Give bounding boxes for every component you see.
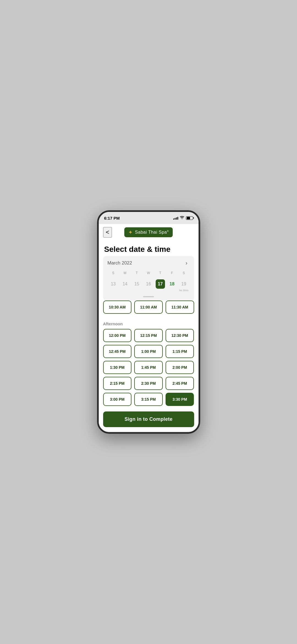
time-grid-afternoon: 12:00 PM 12:15 PM 12:30 PM 12:45 PM 1:00… xyxy=(103,329,194,406)
calendar-date-17[interactable]: 17 xyxy=(154,278,166,293)
time-slot-200pm[interactable]: 2:00 PM xyxy=(166,361,194,374)
afternoon-section: Afternoon 12:00 PM 12:15 PM 12:30 PM 12:… xyxy=(99,317,199,406)
time-slot-100pm[interactable]: 1:00 PM xyxy=(134,345,163,358)
logo-container: ✦ Sabai Thai Spa® xyxy=(124,227,173,237)
time-slot-300pm[interactable]: 3:00 PM xyxy=(103,393,132,406)
time-slot-215pm[interactable]: 2:15 PM xyxy=(103,377,132,390)
calendar-month-label: March 2022 xyxy=(108,260,132,266)
afternoon-label: Afternoon xyxy=(103,321,194,326)
calendar-date-14[interactable]: 14 xyxy=(119,278,131,293)
day-label-thu: T xyxy=(154,270,166,276)
time-slot-1030am[interactable]: 10:30 AM xyxy=(103,301,132,314)
time-slot-1200pm[interactable]: 12:00 PM xyxy=(103,329,132,342)
day-label-fri: F xyxy=(166,270,178,276)
calendar-card: March 2022 › S M T W T F S 13 14 xyxy=(103,256,194,301)
signal-icon xyxy=(173,216,178,220)
sign-in-button[interactable]: Sign in to Complete xyxy=(103,411,194,427)
sign-in-section: Sign in to Complete xyxy=(99,406,199,432)
page-title: Select date & time xyxy=(99,241,199,256)
day-label-tue: T xyxy=(131,270,143,276)
time-slot-130pm[interactable]: 1:30 PM xyxy=(103,361,132,374)
status-bar: 6:17 PM xyxy=(99,212,199,224)
calendar-date-13[interactable]: 13 xyxy=(108,278,119,293)
app-header: < ✦ Sabai Thai Spa® xyxy=(99,224,199,241)
top-slots-partial: 10:30 AM 11:00 AM 11:30 AM xyxy=(99,301,199,314)
day-label-sat: S xyxy=(178,270,190,276)
day-label-sun: S xyxy=(108,270,119,276)
wifi-icon xyxy=(180,216,184,220)
logo-icon: ✦ xyxy=(128,229,133,236)
time-slot-115pm[interactable]: 1:15 PM xyxy=(166,345,194,358)
phone-frame: 6:17 PM < xyxy=(97,210,200,434)
time-slot-1230pm[interactable]: 12:30 PM xyxy=(166,329,194,342)
screen-content: < ✦ Sabai Thai Spa® Select date & time M… xyxy=(99,224,199,432)
calendar-next-button[interactable]: › xyxy=(183,259,190,267)
back-button[interactable]: < xyxy=(103,227,112,238)
time-slot-230pm[interactable]: 2:30 PM xyxy=(134,377,163,390)
calendar-date-18[interactable]: 18 xyxy=(166,278,178,293)
day-label-mon: M xyxy=(119,270,131,276)
calendar-date-19[interactable]: 19 No Slots xyxy=(178,278,190,293)
calendar-dates-row: 13 14 15 16 17 xyxy=(108,278,190,293)
bottom-nav xyxy=(99,432,199,432)
calendar-date-16[interactable]: 16 xyxy=(143,278,155,293)
time-slot-1245pm[interactable]: 12:45 PM xyxy=(103,345,132,358)
battery-icon xyxy=(186,216,193,220)
status-icons xyxy=(173,216,193,220)
time-slot-1100am[interactable]: 11:00 AM xyxy=(134,301,163,314)
time-slot-145pm[interactable]: 1:45 PM xyxy=(134,361,163,374)
calendar-days-header: S M T W T F S xyxy=(108,270,190,276)
scroll-indicator xyxy=(108,296,190,297)
time-slot-1215pm[interactable]: 12:15 PM xyxy=(134,329,163,342)
time-slot-245pm[interactable]: 2:45 PM xyxy=(166,377,194,390)
day-label-wed: W xyxy=(143,270,155,276)
logo-text: Sabai Thai Spa® xyxy=(135,230,169,235)
calendar-month-row: March 2022 › xyxy=(108,259,190,267)
calendar-date-15[interactable]: 15 xyxy=(131,278,143,293)
time-slot-315pm[interactable]: 3:15 PM xyxy=(134,393,163,406)
time-slot-1130am[interactable]: 11:30 AM xyxy=(166,301,194,314)
time-slot-330pm[interactable]: 3:30 PM xyxy=(166,393,194,406)
status-time: 6:17 PM xyxy=(104,216,120,220)
scroll-pill xyxy=(143,296,154,297)
